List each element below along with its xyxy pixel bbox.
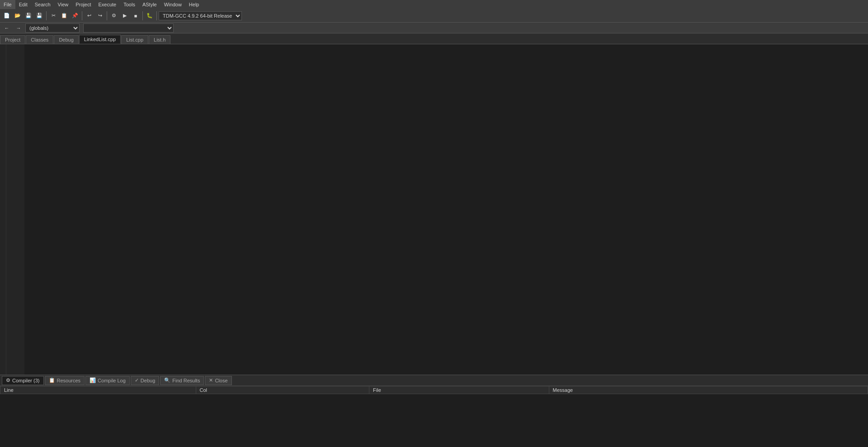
code-lines[interactable]	[24, 44, 868, 375]
jump-fwd-button[interactable]: →	[14, 23, 24, 33]
bookmark-column	[0, 44, 6, 375]
bottom-panel: ⚙ Compiler (3) 📋 Resources 📊 Compile Log…	[0, 375, 868, 447]
jump-back-button[interactable]: ←	[2, 23, 12, 33]
bottom-tab-find-results[interactable]: 🔍 Find Results	[160, 376, 204, 385]
menubar: File Edit Search View Project Execute To…	[0, 0, 868, 9]
find-results-icon: 🔍	[164, 377, 170, 383]
menu-tools[interactable]: Tools	[120, 0, 139, 9]
sep5	[156, 11, 157, 20]
code-editor[interactable]	[0, 44, 868, 375]
menu-help[interactable]: Help	[185, 0, 203, 9]
bottom-tab-debug[interactable]: ✓ Debug	[131, 376, 159, 385]
tab-list-h[interactable]: List.h	[149, 35, 170, 44]
toolbar2: ← → (globals)	[0, 23, 868, 33]
compiler-tab-label: Compiler (3)	[12, 378, 40, 383]
menu-execute[interactable]: Execute	[94, 0, 120, 9]
menu-file[interactable]: File	[0, 0, 15, 9]
col-line: Line	[0, 386, 196, 394]
find-results-tab-label: Find Results	[172, 378, 200, 383]
tab-list-cpp[interactable]: List.cpp	[121, 35, 148, 44]
new-button[interactable]: 📄	[2, 11, 12, 21]
line-numbers	[6, 44, 24, 375]
close-tab-label: Close	[215, 378, 227, 383]
bottom-tab-compiler[interactable]: ⚙ Compiler (3)	[2, 376, 44, 385]
tab-classes[interactable]: Classes	[26, 35, 53, 44]
compile-log-icon: 📊	[90, 377, 96, 383]
tab-project[interactable]: Project	[0, 35, 25, 44]
bottom-tab-resources[interactable]: 📋 Resources	[45, 376, 85, 385]
bottom-tab-close[interactable]: ✕ Close	[205, 376, 231, 385]
compiler-icon: ⚙	[6, 377, 10, 383]
function-dropdown[interactable]	[83, 24, 174, 33]
menu-window[interactable]: Window	[160, 0, 185, 9]
bottom-tab-compile-log[interactable]: 📊 Compile Log	[85, 376, 130, 385]
close-icon: ✕	[209, 377, 213, 383]
menu-search[interactable]: Search	[31, 0, 54, 9]
sep1	[46, 11, 47, 20]
col-file: File	[369, 386, 549, 394]
compiler-dropdown[interactable]: TDM-GCC 4.9.2 64-bit Release	[159, 11, 242, 20]
tabs-row: Project Classes Debug LinkedList.cpp Lis…	[0, 33, 868, 44]
code-content	[0, 44, 868, 375]
menu-project[interactable]: Project	[72, 0, 94, 9]
bottom-tabs: ⚙ Compiler (3) 📋 Resources 📊 Compile Log…	[0, 375, 868, 386]
debug-check-icon: ✓	[135, 377, 139, 383]
col-message: Message	[549, 386, 868, 394]
open-button[interactable]: 📂	[13, 11, 23, 21]
menu-view[interactable]: View	[54, 0, 72, 9]
resources-icon: 📋	[49, 377, 55, 383]
run-button[interactable]: ▶	[120, 11, 130, 21]
debug-tab-label: Debug	[141, 378, 155, 383]
tab-debug[interactable]: Debug	[54, 35, 78, 44]
bottom-content: Line Col File Message	[0, 386, 868, 447]
menu-edit[interactable]: Edit	[15, 0, 31, 9]
redo-button[interactable]: ↪	[95, 11, 105, 21]
copy-button[interactable]: 📋	[59, 11, 69, 21]
compiler-table: Line Col File Message	[0, 386, 868, 394]
save-all-button[interactable]: 💾	[34, 11, 44, 21]
sep3	[107, 11, 107, 20]
col-col: Col	[196, 386, 369, 394]
compile-log-tab-label: Compile Log	[98, 378, 126, 383]
tab-linkedlist-cpp[interactable]: LinkedList.cpp	[79, 35, 121, 44]
resources-tab-label: Resources	[57, 378, 81, 383]
globals-dropdown[interactable]: (globals)	[25, 24, 80, 33]
menu-astyle[interactable]: AStyle	[139, 0, 160, 9]
compile-button[interactable]: ⚙	[109, 11, 119, 21]
stop-button[interactable]: ■	[131, 11, 141, 21]
undo-button[interactable]: ↩	[84, 11, 94, 21]
save-button[interactable]: 💾	[24, 11, 33, 21]
paste-button[interactable]: 📌	[70, 11, 80, 21]
sep2	[82, 11, 82, 20]
sep4	[142, 11, 143, 20]
main-area	[0, 44, 868, 375]
debug-button[interactable]: 🐛	[145, 11, 155, 21]
toolbar: 📄 📂 💾 💾 ✂ 📋 📌 ↩ ↪ ⚙ ▶ ■ 🐛 TDM-GCC 4.9.2 …	[0, 9, 868, 23]
cut-button[interactable]: ✂	[48, 11, 58, 21]
